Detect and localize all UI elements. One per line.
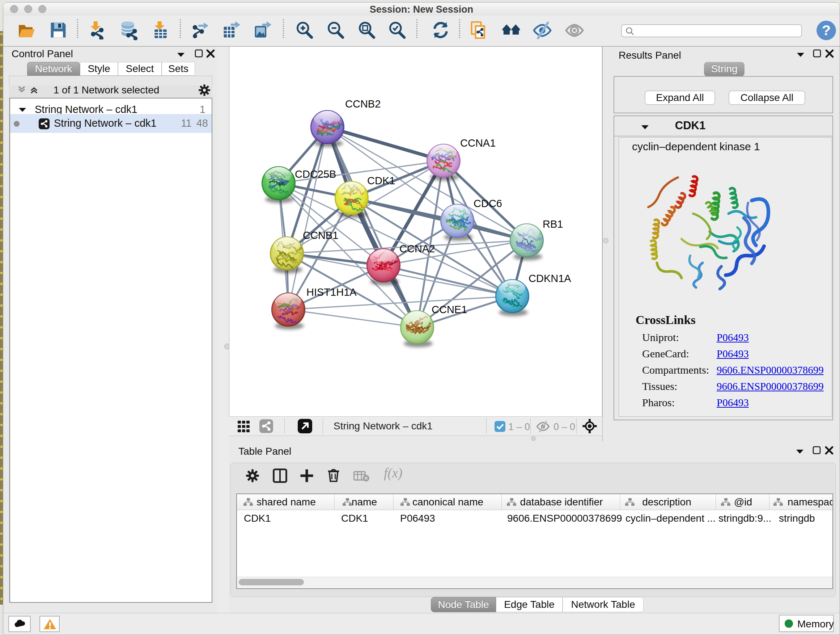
svg-text:CCNE1: CCNE1 <box>431 304 467 315</box>
svg-text:CCNA2: CCNA2 <box>399 243 435 255</box>
svg-text:CDC25B: CDC25B <box>295 168 336 180</box>
svg-text:CCNA1: CCNA1 <box>460 137 496 149</box>
svg-text:CDKN1A: CDKN1A <box>529 272 571 284</box>
svg-text:CCNB2: CCNB2 <box>345 98 381 110</box>
svg-text:RB1: RB1 <box>543 218 563 230</box>
svg-text:?: ? <box>822 22 831 38</box>
svg-text:CCNB1: CCNB1 <box>303 230 338 241</box>
svg-text:CDC6: CDC6 <box>474 198 502 209</box>
svg-text:HIST1H1A: HIST1H1A <box>306 287 357 298</box>
svg-text:CDK1: CDK1 <box>367 175 395 187</box>
